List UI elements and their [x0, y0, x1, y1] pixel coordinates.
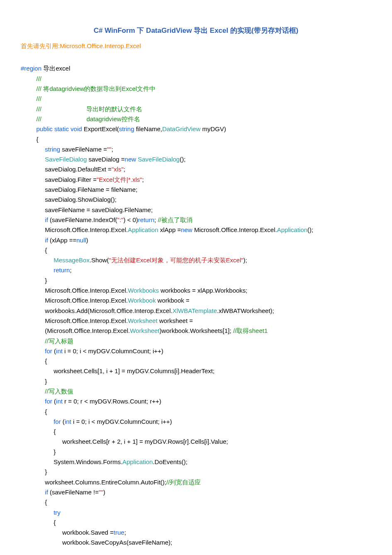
line: {	[21, 499, 47, 506]
kw: void	[71, 125, 82, 132]
line: saveDialog.DefaultExt ="xls";	[21, 166, 125, 173]
line: public static void ExportExcel(string fi…	[21, 125, 226, 132]
text: ExportExcel(	[82, 125, 119, 132]
text: ;	[124, 529, 126, 536]
comment: ///	[37, 115, 42, 122]
text: ();	[307, 226, 313, 233]
line: saveDialog.FileName = fileName;	[21, 186, 137, 193]
kw: if	[45, 489, 48, 496]
text: Microsoft.Office.Interop.Excel.	[45, 287, 128, 294]
kw: if	[45, 237, 48, 244]
text: workbooks = xlApp.Workbooks;	[159, 287, 248, 294]
string: ""	[99, 489, 103, 496]
line: Microsoft.Office.Interop.Excel.Applicati…	[21, 226, 313, 233]
text: 导出excel	[41, 65, 70, 72]
line: worksheet.Cells[1, i + 1] = myDGV.Column…	[21, 367, 214, 374]
comment: //取得sheet1	[233, 327, 268, 334]
text: (Microsoft.Office.Interop.Excel.	[45, 327, 130, 334]
string: "xls"	[112, 166, 124, 173]
text: .Show(	[90, 257, 109, 264]
text: saveFileName = saveDialog.FileName;	[45, 206, 153, 213]
text: workbook.SaveCopyAs(saveFileName);	[62, 539, 172, 546]
text: ;	[124, 166, 125, 173]
brace: {	[37, 136, 39, 143]
type: SaveFileDialog	[138, 156, 180, 163]
text: Microsoft.Office.Interop.Excel.	[45, 297, 128, 304]
type: Application	[122, 458, 153, 465]
kw: try	[54, 509, 61, 516]
line: try	[21, 509, 61, 516]
comment: //列宽自适应	[166, 479, 201, 486]
brace: {	[45, 357, 47, 364]
text: (xlApp ==	[48, 237, 76, 244]
comment: datagridview控件名	[86, 115, 140, 122]
kw: string	[45, 146, 60, 153]
text: )workbook.Worksheets[1];	[160, 327, 233, 334]
text: .DoEvents();	[153, 458, 187, 465]
kw: for	[54, 418, 61, 425]
kw: public	[37, 125, 53, 132]
text: (	[61, 418, 65, 425]
type: Worksheet	[130, 327, 159, 334]
kw: if	[45, 216, 48, 223]
text: System.Windows.Forms.	[54, 458, 122, 465]
line: {	[21, 136, 39, 143]
line: workbook.Saved =true;	[21, 529, 126, 536]
text: workbook =	[156, 297, 189, 304]
kw: int	[56, 398, 63, 405]
kw: new	[181, 226, 192, 233]
line: System.Windows.Forms.Application.DoEvent…	[21, 458, 187, 465]
line: SaveFileDialog saveDialog =new SaveFileD…	[21, 156, 185, 163]
line: /// datagridview控件名	[21, 115, 140, 122]
type: XlWBATemplate	[173, 307, 217, 314]
page-title: C# WinForm 下 DataGridView 导出 Excel 的实现(带…	[21, 25, 371, 36]
text: saveFileName =	[60, 146, 107, 153]
type: Worksheet	[128, 317, 157, 324]
text: .xlWBATWorksheet);	[217, 307, 274, 314]
type: MessageBox	[54, 257, 90, 264]
line: Microsoft.Office.Interop.Excel.Workbook …	[21, 297, 190, 304]
kw: new	[125, 156, 136, 163]
text: )	[86, 237, 88, 244]
kw: int	[65, 418, 71, 425]
text: saveDialog.DefaultExt =	[45, 166, 112, 173]
line: for (int i = 0; i < myDGV.ColumnCount; i…	[21, 347, 163, 355]
comment: ///	[37, 95, 42, 102]
kw: return	[54, 266, 70, 274]
line: saveFileName = saveDialog.FileName;	[21, 206, 153, 213]
text: ;	[70, 266, 71, 274]
string: ""	[107, 146, 112, 153]
line: /// 导出时的默认文件名	[21, 105, 142, 112]
line: ///	[21, 95, 41, 102]
line: }	[21, 448, 56, 455]
text: worksheet.Cells[r + 2, i + 1] = myDGV.Ro…	[62, 438, 228, 445]
text: )	[103, 489, 105, 496]
line: workbooks.Add(Microsoft.Office.Interop.E…	[21, 307, 274, 314]
string: "无法创建Excel对象，可能您的机子未安装Excel"	[109, 257, 243, 264]
line: if (xlApp ==null)	[21, 237, 88, 244]
line: (Microsoft.Office.Interop.Excel.Workshee…	[21, 327, 268, 334]
kw: return	[138, 216, 154, 223]
type: Workbook	[128, 297, 156, 304]
brace: {	[45, 247, 47, 254]
brace: {	[45, 499, 47, 506]
text: saveDialog.Filter =	[45, 176, 97, 183]
line: ///	[21, 75, 41, 82]
kw: null	[76, 237, 86, 244]
text: saveDialog.FileName = fileName;	[45, 186, 137, 193]
comment: ///	[37, 105, 42, 112]
line: Microsoft.Office.Interop.Excel.Worksheet…	[21, 317, 193, 324]
line: }	[21, 277, 47, 284]
text: ();	[180, 156, 185, 163]
string: ":"	[117, 216, 124, 223]
text: saveDialog =	[87, 156, 124, 163]
text: r = 0; r < myDGV.Rows.Count; r++)	[63, 398, 161, 405]
comment: //写入标题	[45, 337, 73, 345]
text: i = 0; i < myDGV.ColumnCount; i++)	[71, 418, 172, 425]
text: saveDialog.ShowDialog();	[45, 196, 117, 203]
line: for (int i = 0; i < myDGV.ColumnCount; i…	[21, 418, 172, 425]
text: myDGV)	[200, 125, 226, 132]
kw: for	[45, 398, 52, 405]
kw: for	[45, 347, 52, 355]
line: worksheet.Cells[r + 2, i + 1] = myDGV.Ro…	[21, 438, 228, 445]
